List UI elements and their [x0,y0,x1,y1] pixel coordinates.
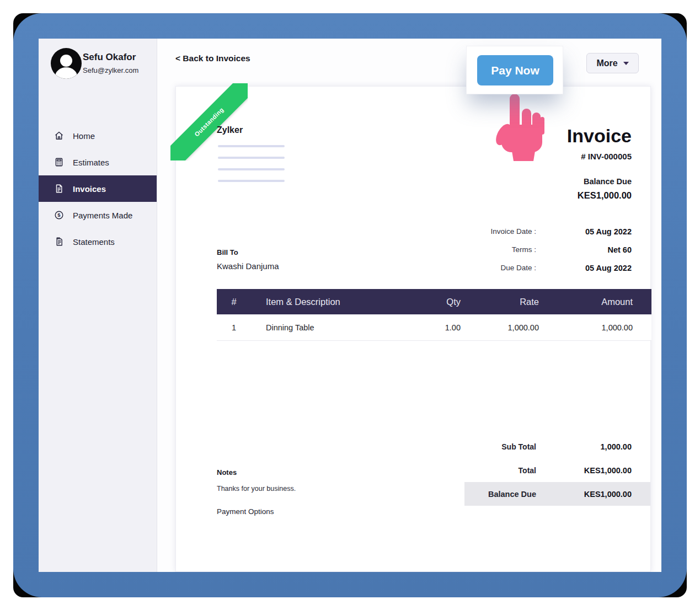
invoice-date-value: 05 Aug 2022 [536,227,632,236]
terms-label: Terms : [512,245,536,254]
ribbon-fold [239,83,248,90]
home-icon [54,131,64,141]
col-header-description: Item & Description [251,297,394,307]
terms-row: Terms : Net 60 [411,240,632,259]
pay-now-card: Pay Now [466,46,563,94]
invoice-document-icon [54,184,64,194]
sidebar-nav: Home Estimates [39,122,157,255]
balance-due-row: Balance Due KES1,000.00 [464,482,650,506]
totals-section: Sub Total 1,000.00 Total KES1,000.00 Bal… [464,435,650,506]
sidebar-item-statements[interactable]: Statements [39,228,157,255]
address-placeholder-line [218,145,285,147]
back-to-invoices-link[interactable]: < Back to Invoices [175,53,250,63]
sidebar: Sefu Okafor Sefu@zylker.com Home [39,39,157,572]
col-header-number: # [217,297,251,307]
col-header-rate: Rate [461,297,539,307]
user-profile: Sefu Okafor Sefu@zylker.com [39,39,157,83]
payment-options-label: Payment Options [217,507,274,516]
due-date-row: Due Date : 05 Aug 2022 [411,259,632,277]
more-button-label: More [596,58,617,68]
due-date-value: 05 Aug 2022 [536,264,632,272]
sidebar-item-label: Home [73,131,95,141]
user-email: Sefu@zylker.com [83,66,138,74]
ribbon-fold [170,152,178,160]
subtotal-label: Sub Total [501,442,536,451]
cell-rate: 1,000.00 [461,323,539,332]
balance-due-value: KES1,000.00 [578,190,632,201]
col-header-amount: Amount [539,297,651,307]
invoice-date-label: Invoice Date : [490,227,536,236]
table-header-row: # Item & Description Qty Rate Amount [217,289,651,314]
total-value: KES1,000.00 [536,466,632,475]
bill-to-name: Kwashi Danjuma [217,261,279,271]
terms-value: Net 60 [536,245,632,254]
status-ribbon: Outstanding [170,83,248,160]
balance-due-label: Balance Due [584,177,632,186]
invoice-title: Invoice [567,125,632,147]
sidebar-item-label: Estimates [73,158,109,167]
avatar [51,48,82,79]
total-label: Total [519,466,536,475]
cursor-hand-icon [494,94,544,161]
sidebar-item-payments-made[interactable]: $ Payments Made [39,202,157,228]
sidebar-item-invoices[interactable]: Invoices [39,175,157,202]
cell-amount: 1,000.00 [539,323,651,332]
bill-to-label: Bill To [217,248,238,256]
sidebar-item-label: Invoices [73,184,106,194]
status-badge: Outstanding [170,83,248,160]
notes-text: Thanks for your business. [217,485,296,493]
calculator-icon [54,157,64,168]
more-button[interactable]: More [586,53,639,73]
sidebar-item-label: Statements [73,237,115,247]
line-items-table: # Item & Description Qty Rate Amount 1 D… [217,289,651,341]
invoice-date-row: Invoice Date : 05 Aug 2022 [411,222,632,240]
chevron-down-icon [623,62,629,65]
address-placeholder-line [218,168,285,170]
dollar-circle-icon: $ [54,210,64,221]
svg-text:$: $ [57,212,61,218]
notes-label: Notes [217,468,237,477]
invoice-meta: Invoice Date : 05 Aug 2022 Terms : Net 6… [411,222,632,277]
sidebar-item-estimates[interactable]: Estimates [39,149,157,175]
balance-due-total-value: KES1,000.00 [536,490,632,499]
cell-qty: 1.00 [394,323,461,332]
total-row: Total KES1,000.00 [464,458,650,482]
address-placeholder-line [218,157,285,159]
subtotal-row: Sub Total 1,000.00 [464,435,650,458]
app-screen: Sefu Okafor Sefu@zylker.com Home [39,39,661,572]
company-name: Zylker [217,125,243,135]
user-name: Sefu Okafor [83,52,136,63]
address-placeholder-line [218,180,285,182]
col-header-qty: Qty [394,297,461,307]
subtotal-value: 1,000.00 [536,442,632,451]
due-date-label: Due Date : [500,264,536,272]
table-row: 1 Dinning Table 1.00 1,000.00 1,000.00 [217,314,651,341]
sidebar-item-label: Payments Made [73,211,132,220]
statement-document-icon [54,237,64,247]
invoice-number: # INV-000005 [581,152,632,161]
cell-number: 1 [217,323,251,332]
cell-description: Dinning Table [251,323,394,332]
invoice-document: Outstanding Zylker Invoice # INV-000005 … [175,86,651,572]
sidebar-item-home[interactable]: Home [39,122,157,149]
balance-due-total-label: Balance Due [488,490,536,499]
pay-now-button[interactable]: Pay Now [477,55,553,85]
